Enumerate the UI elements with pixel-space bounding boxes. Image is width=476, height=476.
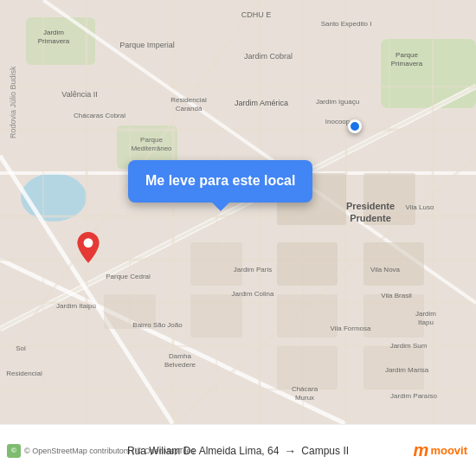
svg-text:Vila Brasil: Vila Brasil: [381, 292, 412, 299]
svg-text:Jardim: Jardim: [415, 310, 436, 318]
svg-text:Jardim Itaipú: Jardim Itaipú: [56, 302, 96, 310]
svg-text:Parque Cedral: Parque Cedral: [106, 273, 151, 280]
svg-rect-34: [190, 242, 242, 286]
svg-rect-2: [381, 39, 476, 108]
svg-text:Bairro São João: Bairro São João: [132, 321, 183, 329]
navigation-popup[interactable]: Me leve para este local: [128, 160, 312, 203]
svg-text:Prudente: Prudente: [350, 213, 391, 223]
svg-text:Parque Imperial: Parque Imperial: [119, 41, 175, 49]
route-destination-label: Campus II: [301, 445, 349, 457]
map-svg: Rodovia Júlio Budisk CDHU E Santo Expedi…: [0, 0, 476, 424]
moovit-branding: m moovit: [414, 441, 467, 460]
moovit-m-icon: m: [414, 441, 429, 460]
svg-text:Parque: Parque: [396, 51, 418, 59]
svg-text:Jardim Sum: Jardim Sum: [390, 342, 428, 350]
svg-text:Damha: Damha: [169, 352, 191, 360]
svg-text:Vila Luso: Vila Luso: [406, 203, 434, 211]
svg-text:Sol: Sol: [16, 344, 26, 352]
popup-text: Me leve para este local: [145, 173, 295, 188]
svg-point-1: [21, 173, 87, 222]
svg-text:Residencial: Residencial: [170, 96, 207, 104]
svg-text:Jardim Marisa: Jardim Marisa: [385, 366, 429, 374]
svg-rect-33: [363, 242, 424, 286]
svg-text:Chácaras Cobral: Chácaras Cobral: [74, 112, 125, 119]
svg-rect-40: [277, 346, 338, 389]
svg-rect-35: [190, 294, 242, 338]
svg-rect-32: [277, 242, 338, 286]
svg-text:Jardim: Jardim: [43, 29, 64, 36]
svg-text:Rodovia Júlio Budisk: Rodovia Júlio Budisk: [9, 66, 17, 138]
svg-text:Belvedere: Belvedere: [164, 361, 196, 369]
map-container: Rodovia Júlio Budisk CDHU E Santo Expedi…: [0, 0, 476, 424]
destination-dot: [348, 119, 362, 133]
osm-icon: ©: [7, 444, 21, 458]
svg-rect-36: [277, 294, 338, 338]
svg-text:Primavera: Primavera: [38, 37, 70, 45]
svg-text:Jardim América: Jardim América: [235, 99, 288, 107]
route-arrow-icon: →: [284, 444, 296, 458]
route-origin-label: Rua Wiliam De Almeida Lima, 64: [127, 445, 279, 457]
svg-text:CDHU E: CDHU E: [241, 10, 272, 19]
svg-text:Jardim Paris: Jardim Paris: [234, 266, 272, 273]
svg-text:Jardim Iguaçu: Jardim Iguaçu: [316, 98, 359, 106]
svg-text:Murux: Murux: [295, 394, 314, 402]
svg-text:Jardim Colina: Jardim Colina: [232, 290, 274, 298]
svg-text:Mediterrâneo: Mediterrâneo: [131, 145, 172, 152]
svg-text:Residencial: Residencial: [6, 370, 42, 377]
svg-text:Valência II: Valência II: [61, 90, 97, 99]
svg-text:Jardim Paraíso: Jardim Paraíso: [390, 392, 437, 400]
svg-text:Inocoop: Inocoop: [325, 118, 351, 125]
svg-text:Chácara: Chácara: [292, 385, 318, 393]
moovit-wordmark: moovit: [430, 444, 467, 457]
svg-text:Vila Formosa: Vila Formosa: [331, 325, 372, 332]
svg-text:Itapu: Itapu: [418, 318, 434, 326]
svg-text:Presidente: Presidente: [346, 201, 395, 211]
svg-text:Jardim Cobral: Jardim Cobral: [244, 52, 293, 61]
svg-point-81: [84, 238, 93, 248]
location-marker: [76, 232, 100, 267]
svg-text:Vila Nova: Vila Nova: [370, 266, 401, 273]
svg-text:Primavera: Primavera: [391, 60, 423, 68]
svg-text:Santo Expedito I: Santo Expedito I: [321, 20, 372, 28]
svg-text:Parque: Parque: [140, 136, 163, 144]
svg-text:Carandá: Carandá: [176, 105, 203, 113]
